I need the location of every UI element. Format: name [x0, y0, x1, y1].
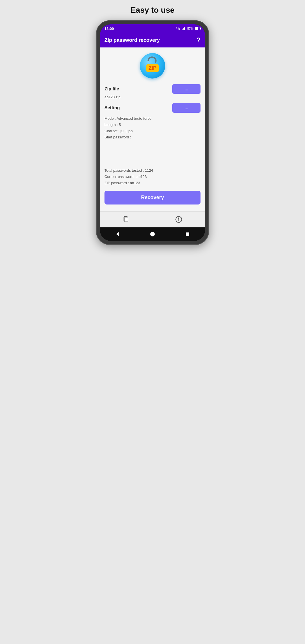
zip-file-button[interactable]: ...: [172, 84, 201, 94]
android-nav: [100, 227, 205, 241]
setting-label: Setting: [104, 105, 120, 110]
svg-point-8: [178, 218, 179, 218]
app-bar-title: Zip password recovery: [104, 37, 160, 43]
setting-mode: Mode : Advanced brute force: [104, 116, 201, 122]
zip-icon: ZIP: [140, 53, 165, 79]
battery-text: 57%: [187, 27, 193, 30]
status-icons: 57%: [176, 27, 201, 30]
home-icon: [150, 231, 155, 237]
svg-point-10: [150, 232, 155, 236]
zip-file-value: ab123.zip: [104, 95, 201, 99]
phone-screen: 13:09: [100, 24, 205, 241]
svg-rect-2: [183, 28, 184, 30]
recovery-button[interactable]: Recovery: [104, 191, 201, 204]
nav-info-tab[interactable]: [168, 214, 189, 225]
status-time: 13:09: [104, 27, 114, 31]
lock-shackle: [147, 55, 158, 63]
info-icon: [175, 216, 183, 223]
back-icon: [115, 231, 120, 237]
setting-start-password: Start password :: [104, 134, 201, 140]
svg-rect-5: [125, 217, 128, 222]
page-title: Easy to use: [130, 6, 175, 15]
battery-icon: [195, 27, 201, 30]
bottom-nav: [100, 211, 205, 227]
app-bar: Zip password recovery ?: [100, 33, 205, 47]
svg-marker-9: [116, 232, 119, 236]
spacer: [104, 144, 201, 167]
wifi-icon: [176, 27, 180, 30]
help-button[interactable]: ?: [196, 36, 201, 44]
stat-total: Total passwords tested : 1124: [104, 167, 201, 174]
setting-details: Mode : Advanced brute force Length : 5 C…: [104, 116, 201, 140]
back-button[interactable]: [114, 231, 121, 238]
stat-zip-password: ZIP password : ab123: [104, 180, 201, 186]
stat-current: Current password : ab123: [104, 174, 201, 180]
signal-icon: [182, 27, 186, 30]
stats-section: Total passwords tested : 1124 Current pa…: [104, 167, 201, 186]
nav-files-tab[interactable]: [116, 214, 137, 225]
svg-rect-1: [182, 29, 183, 30]
recent-button[interactable]: [184, 231, 191, 238]
page-wrapper: Easy to use 13:09: [76, 6, 229, 245]
home-button[interactable]: [149, 231, 156, 238]
recent-icon: [185, 231, 190, 237]
zip-file-label: Zip file: [104, 86, 119, 92]
zip-label: ZIP: [146, 64, 159, 72]
zip-icon-container: ZIP: [104, 53, 201, 79]
phone-frame: 13:09: [96, 20, 209, 245]
svg-rect-3: [184, 27, 185, 30]
zip-file-row: Zip file ...: [104, 84, 201, 94]
main-content: ZIP Zip file ... ab123.zip Setting ... M…: [100, 47, 205, 211]
setting-button[interactable]: ...: [172, 103, 201, 113]
status-bar: 13:09: [100, 24, 205, 33]
setting-row: Setting ...: [104, 103, 201, 113]
svg-rect-11: [186, 232, 189, 236]
files-icon: [122, 216, 130, 223]
setting-length: Length : 5: [104, 122, 201, 128]
setting-charset: Charset : [0..9]ab: [104, 128, 201, 134]
